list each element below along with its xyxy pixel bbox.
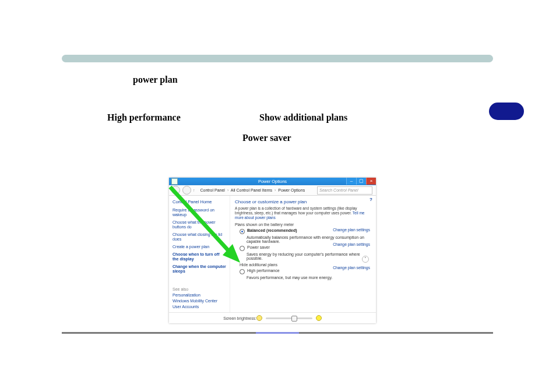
help-icon[interactable]: ? bbox=[370, 197, 372, 202]
sun-bright-icon bbox=[316, 315, 322, 321]
see-also-link[interactable]: Personalization bbox=[173, 293, 226, 297]
main-heading: Choose or customize a power plan bbox=[235, 199, 371, 204]
breadcrumb-leaf: Power Options bbox=[278, 188, 305, 192]
main-description: A power plan is a collection of hardware… bbox=[235, 206, 371, 220]
sidebar-link[interactable]: Require a password on wakeup bbox=[173, 208, 226, 217]
plan-high-sub: Favors performance, but may use more ene… bbox=[247, 276, 371, 280]
bottom-rule bbox=[62, 332, 493, 334]
desc-text: A power plan is a collection of hardware… bbox=[235, 206, 357, 215]
nav-back-button[interactable] bbox=[171, 186, 180, 195]
window-body: Control Panel Home Require a password on… bbox=[169, 196, 376, 312]
brightness-label: Screen brightness: bbox=[223, 316, 256, 320]
breadcrumb[interactable]: Control Panel › All Control Panel Items … bbox=[200, 188, 305, 192]
search-input[interactable]: Search Control Panel bbox=[317, 186, 372, 195]
page: power plan High performance Show additio… bbox=[0, 0, 556, 392]
chevron-up-icon[interactable]: ˄ bbox=[362, 256, 369, 263]
radio-high-performance[interactable] bbox=[240, 269, 245, 274]
maximize-button[interactable]: ▢ bbox=[356, 178, 366, 185]
side-pill bbox=[489, 103, 524, 120]
doc-text-power-plan: power plan bbox=[133, 75, 178, 85]
sidebar-link[interactable]: Create a power plan bbox=[173, 245, 226, 249]
main-pane: ? Choose or customize a power plan A pow… bbox=[230, 196, 376, 312]
plan-saver-sub: Saves energy by reducing your computer's… bbox=[247, 252, 371, 260]
sun-dim-icon bbox=[256, 315, 262, 321]
brightness-slider[interactable] bbox=[266, 317, 312, 319]
radio-balanced[interactable] bbox=[240, 229, 245, 234]
titlebar: Power Options – ▢ × bbox=[169, 178, 376, 185]
sidebar-link[interactable]: Choose when to turn off the display bbox=[173, 252, 226, 262]
section-label: Plans shown on the battery meter bbox=[235, 223, 371, 227]
sidebar-link[interactable]: Choose what closing the lid does bbox=[173, 232, 226, 242]
window-icon bbox=[171, 178, 178, 185]
sidebar: Control Panel Home Require a password on… bbox=[169, 196, 230, 312]
doc-text-power-saver: Power saver bbox=[242, 133, 291, 143]
sidebar-link[interactable]: Choose what the power buttons do bbox=[173, 220, 226, 229]
plan-high-title: High performance bbox=[247, 269, 280, 273]
radio-power-saver[interactable] bbox=[240, 246, 245, 251]
see-also-link[interactable]: Windows Mobility Center bbox=[173, 299, 226, 303]
change-plan-settings-link[interactable]: Change plan settings bbox=[333, 228, 370, 232]
up-icon[interactable]: ↑ bbox=[193, 188, 195, 192]
window-footer: Screen brightness: bbox=[169, 312, 376, 323]
window-buttons: – ▢ × bbox=[346, 178, 376, 185]
change-plan-settings-link[interactable]: Change plan settings bbox=[333, 242, 370, 246]
see-also-link[interactable]: User Accounts bbox=[173, 305, 226, 309]
nav-forward-button[interactable] bbox=[182, 186, 191, 195]
close-button[interactable]: × bbox=[366, 178, 376, 185]
doc-text-show-additional: Show additional plans bbox=[259, 112, 347, 123]
breadcrumb-root: Control Panel bbox=[200, 188, 225, 192]
doc-text-high-performance: High performance bbox=[107, 112, 181, 123]
plan-saver-title: Power saver bbox=[247, 245, 270, 249]
breadcrumb-mid: All Control Panel Items bbox=[231, 188, 272, 192]
top-band bbox=[62, 55, 493, 62]
toolbar: ↑ Control Panel › All Control Panel Item… bbox=[169, 185, 376, 196]
plan-balanced-title: Balanced (recommended) bbox=[247, 228, 297, 232]
sidebar-link[interactable]: Change when the computer sleeps bbox=[173, 264, 226, 274]
change-plan-settings-link[interactable]: Change plan settings bbox=[333, 266, 370, 270]
window-title: Power Options bbox=[258, 179, 287, 184]
control-panel-home-link[interactable]: Control Panel Home bbox=[173, 199, 226, 204]
minimize-button[interactable]: – bbox=[346, 178, 356, 185]
power-options-window: Power Options – ▢ × ↑ Control Panel › Al… bbox=[169, 178, 376, 323]
see-also-heading: See also bbox=[173, 287, 226, 291]
